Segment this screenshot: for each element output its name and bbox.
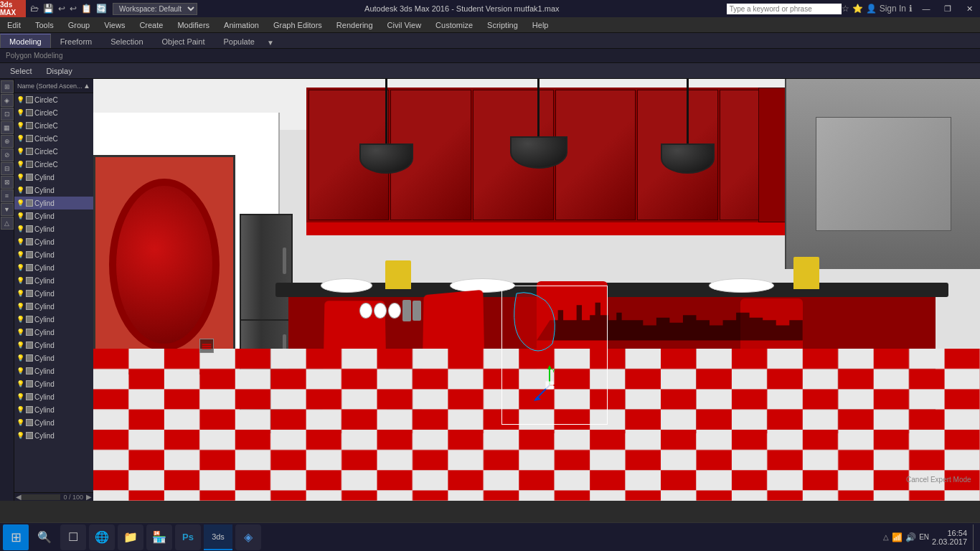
- menu-scripting[interactable]: Scripting: [480, 17, 525, 33]
- visibility-icon[interactable]: 💡: [16, 134, 24, 143]
- taskbar-search[interactable]: 🔍: [32, 524, 57, 550]
- taskbar-3dsmax[interactable]: 3ds: [204, 524, 232, 550]
- minimize-button[interactable]: —: [915, 0, 937, 17]
- app-logo[interactable]: 3ds MAX: [0, 0, 26, 17]
- tab-freeform[interactable]: Freeform: [51, 34, 102, 48]
- object-list[interactable]: 💡 CircleC 💡 CircleC 💡 CircleC 💡 CircleC …: [14, 93, 93, 492]
- list-item[interactable]: 💡 Cylind: [14, 339, 93, 352]
- tray-network[interactable]: 📶: [892, 532, 903, 542]
- list-item[interactable]: 💡 CircleC: [14, 132, 93, 145]
- menu-help[interactable]: Help: [525, 17, 556, 33]
- display-button[interactable]: Display: [42, 66, 77, 76]
- search-input[interactable]: [727, 4, 842, 14]
- start-button[interactable]: ⊞: [3, 524, 29, 550]
- scroll-right-btn[interactable]: ▶: [86, 493, 92, 501]
- 3d-viewport[interactable]: tns.: [93, 79, 980, 501]
- info-icon[interactable]: ℹ: [909, 4, 913, 14]
- tray-lang[interactable]: EN: [919, 533, 929, 541]
- redo-icon[interactable]: ↩: [68, 4, 78, 14]
- star-icon[interactable]: ⭐: [852, 4, 863, 14]
- list-item[interactable]: 💡 Cylind: [14, 184, 93, 197]
- tab-object-paint[interactable]: Object Paint: [153, 34, 215, 48]
- list-item[interactable]: 💡 Cylind: [14, 390, 93, 403]
- close-button[interactable]: ✕: [958, 0, 980, 17]
- visibility-icon[interactable]: 💡: [16, 328, 24, 336]
- visibility-icon[interactable]: 💡: [16, 199, 24, 207]
- visibility-icon[interactable]: 💡: [16, 315, 24, 324]
- menu-views[interactable]: Views: [97, 17, 132, 33]
- tab-selection[interactable]: Selection: [101, 34, 152, 48]
- tool-btn-5[interactable]: ⊕: [1, 135, 14, 148]
- maximize-button[interactable]: ❐: [937, 0, 958, 17]
- tool-btn-3[interactable]: ⊡: [1, 108, 14, 121]
- bookmark-icon[interactable]: ☆: [842, 4, 849, 14]
- visibility-icon[interactable]: 💡: [16, 354, 24, 362]
- taskbar-edge[interactable]: 🌐: [89, 524, 115, 550]
- tab-populate[interactable]: Populate: [214, 34, 263, 48]
- list-item[interactable]: 💡 Cylind: [14, 222, 93, 235]
- visibility-icon[interactable]: 💡: [16, 302, 24, 311]
- scroll-track[interactable]: [22, 494, 60, 500]
- scroll-up-icon[interactable]: ▲: [83, 82, 90, 90]
- list-item[interactable]: 💡 Cylind: [14, 248, 93, 261]
- ref-icon[interactable]: 📋: [80, 4, 93, 14]
- menu-graph-editors[interactable]: Graph Editors: [266, 17, 329, 33]
- menu-tools[interactable]: Tools: [28, 17, 61, 33]
- scroll-left-btn[interactable]: ◀: [16, 493, 22, 501]
- tray-volume[interactable]: 🔊: [905, 532, 916, 542]
- taskbar-file-explorer[interactable]: 📁: [118, 524, 143, 550]
- new-icon[interactable]: 🗁: [29, 4, 40, 14]
- visibility-icon[interactable]: 💡: [16, 237, 24, 246]
- list-item[interactable]: 💡 CircleC: [14, 119, 93, 132]
- taskbar-task-view[interactable]: ☐: [60, 524, 86, 550]
- tool-btn-1[interactable]: ⊞: [1, 80, 14, 93]
- list-item[interactable]: 💡 Cylind: [14, 287, 93, 300]
- tool-btn-11[interactable]: △: [1, 217, 14, 230]
- visibility-icon[interactable]: 💡: [16, 173, 24, 182]
- menu-create[interactable]: Create: [132, 17, 170, 33]
- list-item[interactable]: 💡 Cylind: [14, 326, 93, 339]
- tool-btn-4[interactable]: ▦: [1, 121, 14, 134]
- show-desktop[interactable]: [973, 524, 977, 550]
- list-item[interactable]: 💡 Cylind: [14, 209, 93, 222]
- visibility-icon[interactable]: 💡: [16, 147, 24, 156]
- visibility-icon[interactable]: 💡: [16, 392, 24, 401]
- visibility-icon[interactable]: 💡: [16, 95, 24, 104]
- menu-rendering[interactable]: Rendering: [329, 17, 380, 33]
- tool-btn-8[interactable]: ⊠: [1, 176, 14, 189]
- list-item[interactable]: 💡 CircleC: [14, 158, 93, 171]
- list-item[interactable]: 💡 Cylind: [14, 352, 93, 364]
- sign-in-label[interactable]: Sign In: [880, 4, 906, 14]
- menu-civil-view[interactable]: Civil View: [380, 17, 428, 33]
- list-item[interactable]: 💡 Cylind: [14, 300, 93, 313]
- list-item[interactable]: 💡 Cylind: [14, 403, 93, 416]
- tray-arrow[interactable]: △: [883, 533, 889, 541]
- list-item[interactable]: 💡 CircleC: [14, 145, 93, 158]
- menu-customize[interactable]: Customize: [428, 17, 480, 33]
- visibility-icon[interactable]: 💡: [16, 160, 24, 169]
- visibility-icon[interactable]: 💡: [16, 212, 24, 220]
- list-item[interactable]: 💡 Cylind: [14, 261, 93, 274]
- list-item[interactable]: 💡 Cylind: [14, 377, 93, 390]
- visibility-icon[interactable]: 💡: [16, 250, 24, 259]
- visibility-icon[interactable]: 💡: [16, 341, 24, 349]
- taskbar-store[interactable]: 🏪: [146, 524, 172, 550]
- list-item[interactable]: 💡 CircleC: [14, 93, 93, 106]
- visibility-icon[interactable]: 💡: [16, 108, 24, 117]
- list-item[interactable]: 💡 CircleC: [14, 106, 93, 119]
- refresh-icon[interactable]: 🔄: [95, 4, 108, 14]
- tab-modeling[interactable]: Modeling: [0, 34, 51, 48]
- select-button[interactable]: Select: [6, 66, 37, 76]
- visibility-icon[interactable]: 💡: [16, 418, 24, 427]
- menu-edit[interactable]: Edit: [0, 17, 28, 33]
- visibility-icon[interactable]: 💡: [16, 289, 24, 298]
- tab-option[interactable]: ▼: [264, 37, 277, 48]
- tool-btn-2[interactable]: ◈: [1, 94, 14, 107]
- menu-modifiers[interactable]: Modifiers: [170, 17, 217, 33]
- expert-mode-label[interactable]: Cancel Expert Mode: [906, 476, 971, 484]
- user-icon[interactable]: 👤: [866, 4, 877, 14]
- save-icon[interactable]: 💾: [42, 4, 55, 14]
- visibility-icon[interactable]: 💡: [16, 405, 24, 414]
- list-item[interactable]: 💡 Cylind: [14, 364, 93, 377]
- taskbar-app-extra[interactable]: ◈: [235, 524, 261, 550]
